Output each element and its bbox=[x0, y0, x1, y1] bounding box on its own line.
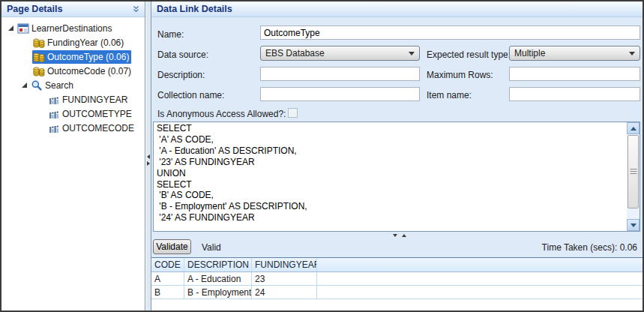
page-tree: LearnerDestinations FundingYear (0.06) bbox=[1, 17, 145, 135]
expected-result-type-value: Multiple bbox=[514, 48, 545, 58]
tree-item-label: LearnerDestinations bbox=[31, 23, 112, 34]
data-link-details-title: Data Link Details bbox=[157, 4, 232, 14]
results-grid-header: CODE DESCRIPTION FUNDINGYEAR bbox=[151, 258, 643, 272]
page-icon bbox=[17, 22, 29, 34]
tree-item-label: Search bbox=[45, 80, 73, 91]
tree-item-outcomecode[interactable]: OutcomeCode (0.07) bbox=[1, 64, 145, 78]
splitter-grip-icon bbox=[147, 154, 150, 166]
expander-icon[interactable] bbox=[21, 82, 28, 88]
tree-item-label: FundingYear (0.06) bbox=[47, 38, 124, 48]
splitter-grip-icon bbox=[393, 234, 406, 237]
tree-item-label: OutcomeType (0.06) bbox=[47, 52, 129, 62]
arrow-down-icon bbox=[631, 224, 637, 227]
cell-description: B - Employment bbox=[184, 286, 252, 298]
item-name-label: Item name: bbox=[427, 90, 472, 100]
tree-item-label: FUNDINGYEAR bbox=[62, 94, 127, 105]
column-header-code[interactable]: CODE bbox=[151, 258, 184, 272]
data-link-details-panel: Data Link Details Name: Data source: EBS… bbox=[151, 2, 643, 310]
cell-code: B bbox=[151, 286, 184, 298]
data-source-value: EBS Database bbox=[265, 48, 325, 58]
expected-result-type-dropdown[interactable]: Multiple bbox=[509, 46, 640, 61]
page-details-title: Page Details bbox=[7, 4, 62, 14]
page-details-header: Page Details bbox=[1, 2, 145, 17]
validation-status: Valid bbox=[202, 242, 221, 253]
table-row[interactable]: A A - Education 23 bbox=[151, 272, 643, 286]
tree-item-outcometype[interactable]: OutcomeType (0.06) bbox=[1, 50, 145, 64]
maximum-rows-label: Maximum Rows: bbox=[427, 70, 493, 80]
tree-item-learnerdestinations[interactable]: LearnerDestinations bbox=[1, 21, 145, 35]
scrollbar-grip-icon bbox=[630, 169, 637, 175]
item-name-input[interactable] bbox=[509, 87, 640, 101]
column-header-filler bbox=[317, 258, 643, 272]
search-icon bbox=[31, 80, 43, 92]
scroll-up-button[interactable] bbox=[627, 122, 640, 134]
table-row[interactable]: B B - Employment 24 bbox=[151, 286, 643, 299]
description-label: Description: bbox=[157, 70, 205, 80]
scroll-down-button[interactable] bbox=[627, 219, 640, 231]
tree-item-label: OUTCOMETYPE bbox=[62, 109, 132, 119]
cell-filler bbox=[317, 272, 643, 285]
time-taken-text: Time Taken (secs): 0.06 bbox=[542, 242, 637, 253]
expected-result-type-label: Expected result type: bbox=[427, 50, 511, 60]
dropdown-arrow-icon bbox=[629, 52, 635, 56]
validate-bar: Validate Valid Time Taken (secs): 0.06 bbox=[151, 238, 643, 256]
anonymous-access-checkbox[interactable] bbox=[288, 108, 298, 118]
description-input[interactable] bbox=[260, 67, 420, 81]
column-icon bbox=[48, 108, 60, 120]
database-table-icon bbox=[33, 65, 45, 77]
cell-filler bbox=[317, 286, 643, 298]
app-window: Page Details LearnerDestinations bbox=[0, 0, 644, 312]
cell-fundingyear: 23 bbox=[252, 272, 317, 285]
collapse-panel-chevron-icon[interactable] bbox=[132, 5, 140, 14]
cell-code: A bbox=[151, 272, 184, 285]
results-grid: CODE DESCRIPTION FUNDINGYEAR A A - Educa… bbox=[151, 257, 643, 310]
anonymous-access-label: Is Anonymous Access Allowed?: bbox=[157, 109, 286, 119]
column-header-description[interactable]: DESCRIPTION bbox=[184, 258, 252, 272]
sql-query-text[interactable]: SELECT 'A' AS CODE, 'A - Education' AS D… bbox=[157, 123, 625, 230]
data-source-label: Data source: bbox=[157, 50, 208, 60]
maximum-rows-input[interactable] bbox=[509, 67, 640, 81]
page-details-panel: Page Details LearnerDestinations bbox=[1, 2, 145, 310]
column-icon bbox=[48, 94, 60, 106]
tree-item-column-outcomecode[interactable]: OUTCOMECODE bbox=[1, 121, 145, 135]
sql-query-editor[interactable]: SELECT 'A' AS CODE, 'A - Education' AS D… bbox=[153, 122, 640, 232]
expander-icon[interactable] bbox=[7, 25, 14, 32]
tree-item-label: OUTCOMECODE bbox=[62, 123, 134, 134]
tree-item-search[interactable]: Search bbox=[1, 78, 145, 92]
selected-tree-item: OutcomeType (0.06) bbox=[32, 50, 131, 64]
data-link-details-header: Data Link Details bbox=[151, 2, 643, 17]
column-header-fundingyear[interactable]: FUNDINGYEAR bbox=[252, 258, 317, 272]
tree-item-fundingyear[interactable]: FundingYear (0.06) bbox=[1, 35, 145, 50]
cell-fundingyear: 24 bbox=[252, 286, 317, 298]
name-label: Name: bbox=[157, 29, 184, 40]
name-input[interactable] bbox=[260, 26, 640, 40]
database-table-icon bbox=[33, 37, 45, 49]
dropdown-arrow-icon bbox=[409, 52, 415, 56]
scrollbar-thumb[interactable] bbox=[628, 135, 639, 208]
data-source-dropdown[interactable]: EBS Database bbox=[260, 46, 420, 61]
column-icon bbox=[48, 122, 60, 134]
tree-item-label: OutcomeCode (0.07) bbox=[47, 66, 131, 76]
collection-name-input[interactable] bbox=[260, 87, 420, 101]
tree-item-column-fundingyear[interactable]: FUNDINGYEAR bbox=[1, 92, 145, 106]
sql-scrollbar[interactable] bbox=[627, 122, 640, 231]
collection-name-label: Collection name: bbox=[157, 90, 224, 100]
arrow-up-icon bbox=[631, 127, 637, 130]
validate-button[interactable]: Validate bbox=[153, 239, 191, 254]
cell-description: A - Education bbox=[184, 272, 252, 285]
database-table-icon bbox=[33, 51, 45, 63]
tree-item-column-outcometype[interactable]: OUTCOMETYPE bbox=[1, 106, 145, 121]
